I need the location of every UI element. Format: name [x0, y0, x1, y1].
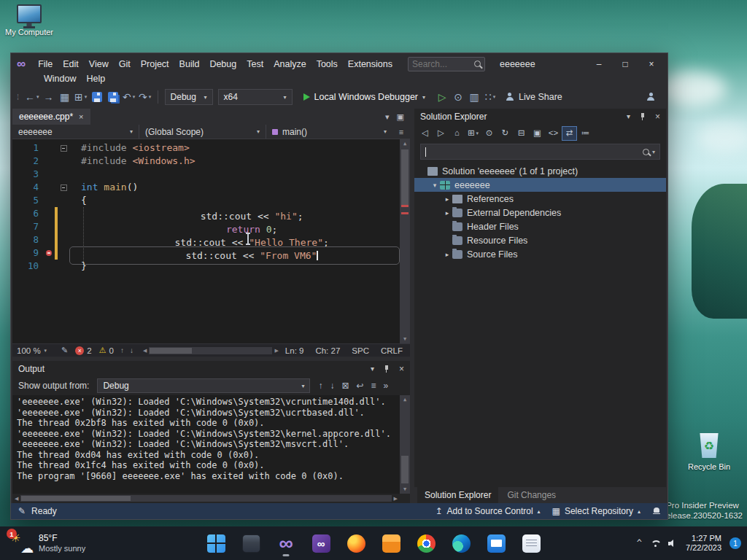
menu-item[interactable]: Tools	[311, 58, 343, 71]
fold-collapse-icon[interactable]	[61, 184, 67, 191]
fold-margin[interactable]	[58, 207, 69, 220]
toolbar-drag-handle[interactable]: ⁞	[17, 93, 18, 101]
scroll-left-icon[interactable]: ◀	[141, 348, 149, 354]
goto-previous-message-icon[interactable]: ↑	[318, 381, 322, 391]
line-number[interactable]: 10	[12, 260, 44, 273]
code-line-text[interactable]: int main()	[69, 181, 400, 194]
scrollbar-thumb[interactable]	[150, 348, 192, 354]
add-to-source-control-button[interactable]: ↥ Add to Source Control ▴	[435, 506, 540, 516]
glyph-margin[interactable]	[44, 207, 55, 220]
navbar-options-icon[interactable]: ≡	[392, 125, 410, 139]
menu-item[interactable]: View	[84, 58, 114, 71]
close-icon[interactable]: ×	[399, 364, 404, 374]
solution-platform-dropdown[interactable]: x64 ▾	[218, 89, 293, 105]
recycle-bin-desktop-icon[interactable]: ♻ Recycle Bin	[681, 433, 737, 471]
glyph-margin[interactable]	[44, 168, 55, 181]
scrollbar-thumb[interactable]	[21, 496, 131, 501]
fold-collapse-icon[interactable]	[61, 145, 67, 152]
member-dropdown[interactable]: main() ▾	[266, 125, 392, 139]
project-dropdown[interactable]: eeeeeee ▾	[12, 125, 139, 139]
glyph-margin[interactable]	[44, 246, 55, 260]
menu-item[interactable]: Help	[81, 72, 110, 85]
tree-item[interactable]: Solution 'eeeeeee' (1 of 1 project)	[414, 164, 666, 178]
live-share-button[interactable]: Live Share	[505, 92, 562, 102]
code-editor[interactable]: 1 #include <iostream> 2 #include <W	[12, 139, 410, 343]
editor-vertical-scrollbar[interactable]: ▲ ▼	[400, 139, 410, 343]
line-number[interactable]: 4	[12, 181, 44, 194]
output-vertical-scrollbar[interactable]: ▲ ▼	[400, 395, 410, 494]
profiler-icon[interactable]: ⊙	[450, 88, 466, 106]
line-number[interactable]: 7	[12, 220, 44, 233]
active-files-icon[interactable]: ▾	[385, 112, 390, 122]
notification-count-badge[interactable]: 1	[729, 537, 741, 549]
fold-margin[interactable]	[58, 168, 69, 181]
collapse-all-icon[interactable]: ⊟	[514, 126, 529, 141]
overflow-icon[interactable]: »	[384, 381, 389, 391]
navigate-forward-icon[interactable]: →	[41, 88, 57, 106]
spaces-indicator[interactable]: SPC	[352, 346, 369, 355]
menu-item[interactable]: Analyze	[268, 58, 311, 71]
editor-horizontal-scrollbar[interactable]: ◀ ▶	[141, 344, 281, 357]
window-position-icon[interactable]: ▾	[371, 365, 374, 373]
code-line-text[interactable]: #include <Windows.h>	[69, 155, 400, 168]
tree-expander-icon[interactable]: ▸	[442, 251, 452, 258]
sync-with-active-document-icon[interactable]: ⇄	[562, 126, 577, 141]
edge[interactable]	[446, 529, 476, 558]
line-number[interactable]: 9	[12, 246, 44, 260]
mail[interactable]	[481, 529, 511, 558]
code-line[interactable]: 5 {	[12, 194, 400, 207]
properties-icon[interactable]: ≔	[578, 126, 593, 141]
glyph-margin[interactable]	[44, 181, 55, 194]
fold-margin[interactable]	[58, 246, 69, 260]
visual-studio-installer[interactable]	[306, 529, 336, 558]
scrollbar-track[interactable]	[20, 495, 391, 502]
fold-margin[interactable]	[58, 194, 69, 207]
new-project-icon[interactable]: ▦	[57, 88, 73, 106]
menu-item[interactable]: Extensions	[343, 58, 398, 71]
menu-item[interactable]: Edit	[58, 58, 84, 71]
start-debugging-button[interactable]: Local Windows Debugger ▾	[298, 88, 431, 106]
tree-expander-icon[interactable]: ▾	[430, 182, 440, 189]
tab-git-changes[interactable]: Git Changes	[500, 487, 563, 503]
fold-margin[interactable]	[58, 220, 69, 233]
network-icon[interactable]	[650, 540, 660, 548]
line-number[interactable]: 6	[12, 207, 44, 220]
menu-item[interactable]: Window	[39, 72, 81, 85]
tab-eeeeeee-cpp[interactable]: eeeeeee.cpp* ×	[12, 109, 90, 125]
line-indicator[interactable]: Ln: 9	[285, 346, 304, 355]
navigate-backward-icon[interactable]: ← ▾	[23, 88, 41, 106]
volume-icon[interactable]	[668, 539, 678, 548]
attach-icon[interactable]: ▥	[466, 88, 482, 106]
undo-icon[interactable]: ↶ ▾	[121, 88, 137, 106]
forward-icon[interactable]: ▷	[433, 126, 449, 141]
select-repository-button[interactable]: ▦ Select Repository ▴	[552, 506, 640, 516]
glyph-margin[interactable]	[44, 194, 55, 207]
files-app[interactable]	[376, 529, 406, 558]
clear-all-icon[interactable]: ⊠	[341, 381, 349, 391]
scroll-down-icon[interactable]: ▼	[400, 485, 410, 494]
maximize-button[interactable]: □	[612, 56, 638, 72]
start-without-debugging-icon[interactable]: ▷	[434, 88, 450, 106]
send-feedback-button[interactable]	[643, 88, 659, 106]
scroll-up-icon[interactable]: ▲	[400, 395, 410, 404]
code-line[interactable]: 3	[12, 168, 400, 181]
code-line[interactable]: 7 return 0;	[12, 220, 400, 233]
zoom-dropdown[interactable]: 100 % ▾	[17, 346, 58, 355]
my-computer-desktop-icon[interactable]: My Computer	[1, 4, 57, 36]
code-line[interactable]: 10 }	[12, 260, 400, 273]
switch-views-icon[interactable]: ⊞ ▾	[465, 126, 481, 141]
fold-margin[interactable]	[58, 181, 69, 194]
code-line-text[interactable]: }	[69, 260, 400, 273]
code-line[interactable]: 2 #include <Windows.h>	[12, 155, 400, 168]
save-icon[interactable]	[89, 88, 105, 106]
glyph-margin[interactable]	[44, 141, 55, 155]
solution-explorer-search-box[interactable]: ▾	[420, 144, 660, 160]
scrollbar-thumb[interactable]	[401, 149, 409, 206]
firefox[interactable]	[341, 529, 371, 558]
line-number[interactable]: 5	[12, 194, 44, 207]
line-ending-indicator[interactable]: CRLF	[381, 346, 403, 355]
previous-issue-icon[interactable]: ↑	[120, 346, 124, 354]
code-line[interactable]: 8 std::cout << "Hello There";	[12, 233, 400, 246]
line-number[interactable]: 3	[12, 168, 44, 181]
notepad[interactable]	[516, 529, 546, 558]
